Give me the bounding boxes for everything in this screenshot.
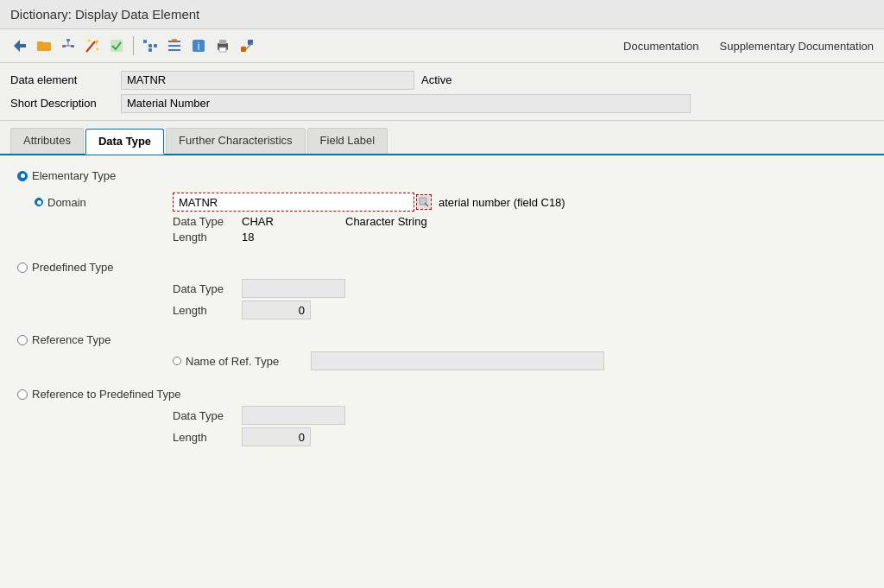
page-title: Dictionary: Display Data Element	[10, 7, 199, 22]
length-key: Length	[173, 231, 242, 243]
domain-input-wrapper	[173, 193, 432, 212]
svg-rect-16	[148, 44, 152, 47]
reference-type-text: Reference Type	[32, 333, 111, 346]
svg-rect-3	[66, 39, 70, 41]
ref-fields: Name of Ref. Type	[173, 351, 867, 370]
svg-rect-20	[168, 45, 180, 47]
check-icon[interactable]	[105, 35, 128, 57]
svg-point-13	[97, 48, 99, 51]
svg-marker-0	[14, 40, 26, 52]
ref-predefined-section: Reference to Predefined Type Data Type L…	[17, 388, 867, 446]
fields-section: Data element Active Short Description	[0, 63, 884, 121]
ref-predefined-length-key: Length	[173, 431, 242, 444]
name-ref-type-row: Name of Ref. Type	[173, 351, 867, 370]
name-ref-type-text: Name of Ref. Type	[186, 355, 279, 368]
predefined-length-row: Length	[173, 300, 867, 319]
svg-rect-21	[168, 49, 180, 51]
svg-rect-22	[172, 39, 177, 42]
ref-predefined-data-type-row: Data Type	[173, 406, 867, 425]
ref-predefined-fields: Data Type Length	[173, 406, 867, 446]
predefined-data-type-row: Data Type	[173, 279, 867, 298]
ref-predefined-data-type-input[interactable]	[242, 406, 345, 425]
data-type-detail-row: Data Type CHAR Character String	[173, 215, 867, 228]
elementary-type-section: Elementary Type	[17, 169, 867, 182]
domain-input[interactable]	[173, 193, 414, 212]
domain-radio[interactable]	[35, 198, 43, 206]
svg-marker-11	[95, 40, 98, 45]
export-icon[interactable]	[236, 35, 258, 57]
predefined-data-type-key: Data Type	[173, 282, 242, 295]
predefined-fields: Data Type Length	[173, 279, 867, 319]
data-type-value: CHAR	[242, 215, 294, 228]
svg-rect-17	[154, 44, 157, 47]
data-type-desc: Character String	[345, 215, 427, 228]
predefined-type-radio[interactable]	[17, 262, 28, 273]
length-detail-row: Length 18	[173, 231, 867, 243]
svg-rect-15	[143, 40, 147, 43]
predefined-type-label: Predefined Type	[17, 261, 173, 274]
domain-row: Domain aterial number (field C18)	[35, 193, 867, 212]
svg-rect-18	[148, 48, 152, 52]
short-description-label: Short Description	[10, 93, 114, 113]
back-icon[interactable]	[9, 35, 31, 57]
name-ref-type-input[interactable]	[311, 351, 604, 370]
ref-predefined-radio[interactable]	[17, 389, 28, 400]
predefined-length-key: Length	[173, 304, 242, 317]
elementary-type-label: Elementary Type	[17, 169, 173, 182]
data-element-label: Data element	[10, 70, 114, 90]
svg-rect-2	[37, 41, 43, 44]
tabs-bar: Attributes Data Type Further Characteris…	[0, 121, 884, 155]
name-ref-type-label: Name of Ref. Type	[173, 355, 311, 368]
short-description-input[interactable]	[121, 94, 691, 113]
domain-label-text: Domain	[47, 196, 86, 209]
reference-type-label: Reference Type	[17, 333, 173, 346]
elementary-type-radio[interactable]	[17, 171, 28, 181]
svg-rect-27	[219, 47, 226, 52]
info-icon[interactable]: i	[187, 35, 210, 57]
svg-rect-28	[241, 47, 246, 52]
toolbar-nav: Documentation Supplementary Documentatio…	[622, 36, 875, 56]
data-element-value-area: Active	[121, 70, 874, 90]
wand-icon[interactable]	[81, 35, 104, 57]
reference-type-section: Reference Type Name of Ref. Type	[17, 333, 867, 370]
folder-icon[interactable]	[33, 35, 55, 57]
tab-further-characteristics[interactable]: Further Characteristics	[166, 128, 305, 154]
domain-description: aterial number (field C18)	[439, 196, 565, 209]
reference-type-row: Reference Type	[17, 333, 867, 346]
length-value: 18	[242, 231, 294, 243]
predefined-length-input[interactable]	[242, 300, 311, 319]
ref-predefined-length-input[interactable]	[242, 427, 311, 446]
name-ref-type-radio[interactable]	[173, 357, 181, 365]
predefined-data-type-input[interactable]	[242, 279, 345, 298]
data-element-status: Active	[421, 73, 451, 86]
ref-predefined-data-type-key: Data Type	[173, 409, 242, 422]
tree-icon[interactable]	[57, 35, 79, 57]
main-content: Elementary Type Domain aterial number (f…	[0, 155, 884, 544]
ref-predefined-text: Reference to Predefined Type	[32, 388, 181, 401]
tab-data-type[interactable]: Data Type	[85, 129, 164, 155]
elementary-type-text: Elementary Type	[32, 169, 116, 182]
toolbar-separator-1	[133, 36, 134, 55]
ref-predefined-label: Reference to Predefined Type	[17, 388, 181, 401]
short-description-value-area	[121, 93, 874, 113]
predefined-type-text: Predefined Type	[32, 261, 113, 274]
predefined-type-row: Predefined Type	[17, 261, 867, 274]
reference-type-radio[interactable]	[17, 335, 28, 345]
predefined-type-section: Predefined Type Data Type Length	[17, 261, 867, 319]
hierarchy-icon[interactable]	[139, 35, 161, 57]
domain-lookup-button[interactable]	[416, 194, 432, 210]
domain-desc-text: aterial number (field C18)	[439, 196, 565, 209]
list-icon[interactable]	[163, 35, 186, 57]
supplementary-documentation-nav[interactable]: Supplementary Documentation	[718, 36, 876, 56]
data-type-key: Data Type	[173, 215, 242, 228]
domain-label: Domain	[35, 196, 173, 209]
title-bar: Dictionary: Display Data Element	[0, 0, 884, 29]
tab-field-label[interactable]: Field Label	[307, 128, 388, 154]
data-element-input[interactable]	[121, 71, 414, 90]
svg-text:i: i	[198, 41, 200, 53]
documentation-nav[interactable]: Documentation	[622, 36, 700, 56]
svg-line-10	[86, 41, 95, 52]
tab-attributes[interactable]: Attributes	[10, 128, 84, 154]
svg-rect-26	[219, 40, 226, 44]
print-icon[interactable]	[212, 35, 234, 57]
